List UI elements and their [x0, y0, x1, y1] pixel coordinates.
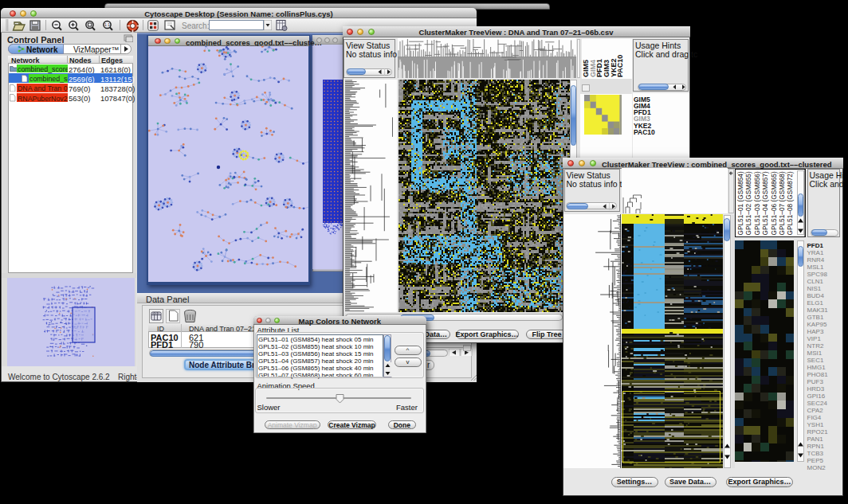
svg-text:GPL51–07 (GSM868): GPL51–07 (GSM868)	[778, 171, 786, 235]
svg-text:GPL51–02 (GSM855): GPL51–02 (GSM855)	[744, 171, 752, 235]
svg-text:GPL51–06 (GSM865): GPL51–06 (GSM865)	[770, 171, 778, 235]
svg-text:GPL51–04 (GSM857): GPL51–04 (GSM857)	[761, 171, 769, 235]
svg-text:PAC10: PAC10	[616, 54, 624, 76]
svg-text:GPL51–03 (GSM856): GPL51–03 (GSM856)	[753, 171, 761, 235]
svg-text:GPL51–08 (GSM872): GPL51–08 (GSM872)	[786, 171, 794, 235]
svg-text:1:1: 1:1	[104, 22, 110, 27]
svg-text:GPL51–01 (GSM854): GPL51–01 (GSM854)	[736, 171, 744, 235]
